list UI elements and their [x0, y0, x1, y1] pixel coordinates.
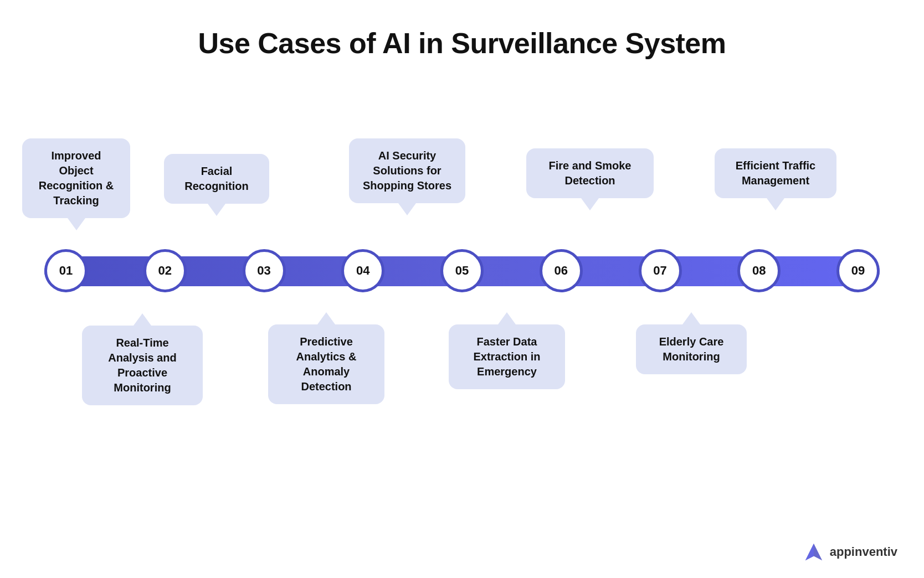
node-05: 05: [440, 249, 484, 292]
node-06: 06: [540, 249, 583, 292]
logo: appinventiv: [803, 541, 897, 562]
bubble-node-03: Facial Recognition: [164, 154, 269, 204]
node-08: 08: [737, 249, 781, 292]
node-02: 02: [143, 249, 187, 292]
bubble-node-06: Faster Data Extraction in Emergency: [449, 324, 565, 389]
bubble-node-02: Real-Time Analysis and Proactive Monitor…: [82, 326, 203, 405]
node-01: 01: [44, 249, 88, 292]
logo-text: appinventiv: [830, 545, 897, 559]
bubble-node-09: Efficient Traffic Management: [715, 148, 836, 198]
bubble-node-05: AI Security Solutions for Shopping Store…: [349, 138, 465, 203]
bubble-node-08: Elderly Care Monitoring: [636, 324, 747, 374]
svg-marker-1: [805, 544, 814, 560]
bubble-node-01: Improved Object Recognition & Tracking: [22, 138, 130, 218]
node-07: 07: [639, 249, 682, 292]
bubble-node-07: Fire and Smoke Detection: [526, 148, 654, 198]
circle-container: 01 02 03 04 05 06 07 08 09: [44, 243, 880, 298]
page-title: Use Cases of AI in Surveillance System: [0, 0, 924, 60]
node-03: 03: [243, 249, 286, 292]
node-04: 04: [341, 249, 384, 292]
node-09: 09: [836, 249, 880, 292]
logo-icon: [803, 541, 824, 562]
bubble-node-04: Predictive Analytics & Anomaly Detection: [268, 324, 384, 404]
